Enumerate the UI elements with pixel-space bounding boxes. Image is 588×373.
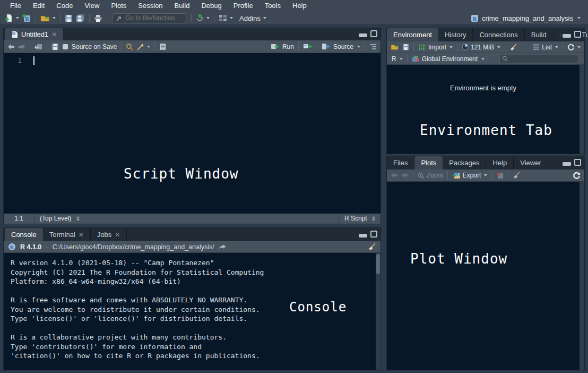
- document-outline-button[interactable]: [368, 43, 378, 51]
- code-tools-caret[interactable]: [147, 46, 150, 48]
- new-project-button[interactable]: R: [21, 13, 33, 23]
- menu-view[interactable]: View: [79, 0, 105, 12]
- project-r-icon: R: [471, 14, 479, 22]
- tab-help[interactable]: Help: [486, 156, 514, 169]
- pane-layout-caret[interactable]: [230, 17, 233, 19]
- open-file-button[interactable]: [39, 13, 57, 23]
- environment-minimize-button[interactable]: [563, 34, 571, 38]
- list-view-button[interactable]: List: [531, 43, 560, 52]
- goto-file-input[interactable]: [125, 14, 184, 22]
- script-editor[interactable]: 1 Script Window: [4, 53, 381, 214]
- open-file-caret[interactable]: [53, 17, 56, 19]
- forward-button[interactable]: [16, 43, 27, 51]
- environment-maximize-button[interactable]: [574, 31, 581, 38]
- clear-console-broom-icon[interactable]: [368, 243, 376, 251]
- menu-plots[interactable]: Plots: [105, 0, 132, 12]
- tab-untitled1[interactable]: R Untitled1 ✕: [5, 28, 63, 40]
- environment-search-input[interactable]: [510, 55, 574, 63]
- refresh-environment-button[interactable]: [566, 43, 582, 52]
- source-minimize-button[interactable]: [359, 33, 367, 37]
- tab-plots[interactable]: Plots: [414, 156, 443, 169]
- environment-selector[interactable]: Global Environment: [410, 54, 486, 64]
- svg-text:R: R: [10, 244, 15, 250]
- refresh-plot-button[interactable]: [571, 171, 582, 181]
- menu-build[interactable]: Build: [169, 0, 196, 12]
- menu-help[interactable]: Help: [287, 0, 313, 12]
- tab-viewer[interactable]: Viewer: [514, 156, 548, 169]
- tab-console[interactable]: Console: [5, 228, 43, 241]
- environment-scrollbar[interactable]: [580, 65, 584, 154]
- environment-search-box[interactable]: [499, 55, 579, 63]
- import-label: Import: [428, 44, 446, 51]
- goto-directory-icon[interactable]: [219, 244, 226, 250]
- menu-tools[interactable]: Tools: [259, 0, 287, 12]
- menu-debug[interactable]: Debug: [195, 0, 227, 12]
- plots-minimize-button[interactable]: [563, 162, 571, 166]
- run-button[interactable]: Run: [269, 42, 296, 52]
- menu-edit[interactable]: Edit: [27, 0, 50, 12]
- menu-session[interactable]: Session: [132, 0, 168, 12]
- source-caret[interactable]: [357, 46, 360, 48]
- tab-connections[interactable]: Connections: [473, 28, 524, 41]
- line-number: 1: [18, 56, 22, 64]
- save-workspace-button[interactable]: [401, 43, 411, 52]
- save-button[interactable]: [63, 13, 74, 23]
- zoom-magnifier-icon: [418, 172, 425, 179]
- load-workspace-button[interactable]: [389, 43, 401, 52]
- project-selector[interactable]: R crime_mapping_and_analysis: [471, 14, 581, 22]
- addins-button[interactable]: Addins: [238, 13, 268, 23]
- plots-toolbar: Zoom Export: [387, 169, 584, 182]
- new-session-button[interactable]: [194, 13, 211, 23]
- console-maximize-button[interactable]: [370, 231, 377, 238]
- new-session-caret[interactable]: [206, 17, 210, 19]
- save-all-button[interactable]: [74, 13, 87, 23]
- tab-history[interactable]: History: [438, 28, 473, 41]
- clear-all-plots-button[interactable]: [511, 171, 522, 180]
- menu-code[interactable]: Code: [50, 0, 79, 12]
- goto-file-box[interactable]: [112, 13, 186, 23]
- source-maximize-button[interactable]: [370, 30, 377, 37]
- source-button[interactable]: Source: [320, 42, 362, 52]
- scope-selector[interactable]: (Top Level): [34, 214, 85, 224]
- console-scrollbar[interactable]: [376, 253, 381, 370]
- next-plot-button[interactable]: [400, 171, 410, 180]
- language-selector[interactable]: R: [390, 54, 404, 64]
- plot-window-annotation: Plot Window: [410, 251, 507, 267]
- console-output[interactable]: R version 4.1.0 (2021-05-18) -- "Camp Po…: [4, 253, 381, 370]
- memory-usage-button[interactable]: 121 MiB: [460, 43, 502, 52]
- zoom-plot-button[interactable]: Zoom: [416, 171, 445, 180]
- tab-untitled1-close-icon[interactable]: ✕: [51, 31, 57, 38]
- tab-build[interactable]: Build: [525, 28, 554, 41]
- tab-files[interactable]: Files: [387, 156, 414, 169]
- export-plot-button[interactable]: Export: [451, 171, 489, 180]
- filetype-selector[interactable]: R Script: [339, 214, 381, 224]
- tab-packages[interactable]: Packages: [443, 156, 486, 169]
- new-file-caret[interactable]: [16, 17, 19, 19]
- rerun-button[interactable]: [301, 42, 314, 51]
- plots-maximize-button[interactable]: [574, 159, 581, 166]
- forward-arrow-icon: [401, 172, 409, 179]
- remove-plot-button[interactable]: [495, 171, 505, 180]
- code-tools-button[interactable]: [135, 42, 152, 52]
- plots-scrollbar[interactable]: [580, 182, 584, 370]
- tab-environment[interactable]: Environment: [387, 28, 438, 41]
- find-replace-button[interactable]: [124, 42, 135, 52]
- tab-terminal[interactable]: Terminal ✕: [43, 228, 91, 241]
- menu-file[interactable]: File: [4, 0, 27, 12]
- save-script-button[interactable]: [50, 42, 60, 52]
- menu-profile[interactable]: Profile: [228, 0, 259, 12]
- tab-terminal-close-icon[interactable]: ✕: [79, 232, 84, 238]
- console-minimize-button[interactable]: [359, 234, 367, 238]
- source-on-save-checkbox[interactable]: Source on Save: [60, 42, 118, 52]
- tab-jobs[interactable]: Jobs ✕: [91, 228, 127, 241]
- import-dataset-button[interactable]: Import: [417, 43, 454, 52]
- back-button[interactable]: [6, 43, 16, 51]
- compile-report-button[interactable]: [158, 42, 168, 52]
- clear-environment-button[interactable]: [508, 43, 519, 52]
- print-button[interactable]: [92, 13, 104, 23]
- new-file-button[interactable]: [3, 13, 21, 23]
- show-in-new-window-button[interactable]: [33, 42, 44, 51]
- tab-jobs-close-icon[interactable]: ✕: [115, 232, 120, 238]
- pane-layout-button[interactable]: [217, 13, 235, 23]
- previous-plot-button[interactable]: [389, 171, 400, 180]
